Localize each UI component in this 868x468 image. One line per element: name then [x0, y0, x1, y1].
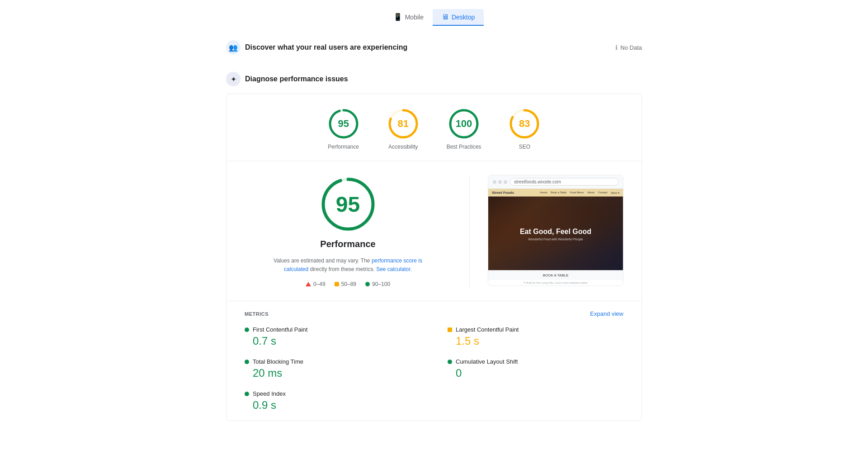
preview-hero-subtitle: Wonderful Food with Wonderful People — [520, 238, 591, 241]
score-circle-accessibility: 81 — [387, 108, 420, 140]
preview-hero-text: Eat Good, Feel Good Wonderful Food with … — [520, 228, 591, 241]
cls-label: Cumulative Layout Shift — [456, 358, 518, 365]
website-preview: streetfoods.wixsite.com Street Foods Hom… — [488, 175, 623, 286]
tab-desktop[interactable]: 🖥 Desktop — [433, 9, 484, 26]
preview-hero-title: Eat Good, Feel Good — [520, 228, 591, 236]
preview-nav-links: Home Book a Table Food Menu About Contac… — [540, 191, 619, 194]
tab-bar: 📱 Mobile 🖥 Desktop — [226, 9, 642, 26]
info-icon: ℹ — [615, 44, 618, 51]
nav-link-4: About — [587, 191, 594, 194]
nav-link-5: Contact — [598, 191, 608, 194]
calculator-link[interactable]: See calculator. — [376, 266, 412, 272]
tab-mobile-label: Mobile — [405, 14, 424, 21]
performance-score: 95 — [338, 118, 349, 130]
metric-tbt-name-row: Total Blocking Time — [245, 358, 420, 365]
discover-section-header: 👥 Discover what your real users are expe… — [226, 37, 642, 58]
discover-title: Discover what your real users are experi… — [245, 43, 407, 51]
main-content: 95 Performance Values are estimated and … — [226, 161, 642, 301]
metrics-header: METRICS Expand view — [245, 310, 623, 317]
si-label: Speed Index — [253, 390, 286, 397]
lcp-square — [448, 328, 452, 332]
accessibility-label: Accessibility — [388, 144, 418, 150]
dot-3 — [504, 180, 507, 184]
tbt-dot — [245, 360, 249, 364]
preview-nav-bar: Street Foods Home Book a Table Food Menu… — [488, 189, 623, 197]
metric-tbt: Total Blocking Time 20 ms — [245, 358, 420, 379]
diagnose-icon: ✦ — [226, 72, 241, 86]
expand-view-button[interactable]: Expand view — [590, 310, 623, 317]
legend-red-range: 0–49 — [313, 281, 326, 287]
metrics-title: METRICS — [245, 311, 269, 317]
tab-desktop-label: Desktop — [452, 14, 475, 21]
discover-right: ℹ No Data — [615, 44, 642, 51]
fcp-label: First Contentful Paint — [253, 326, 307, 333]
mobile-icon: 📱 — [393, 13, 402, 21]
metric-lcp: Largest Contentful Paint 1.5 s — [448, 326, 623, 347]
desc-mid: directly from these metrics. — [310, 266, 376, 272]
no-data-label: No Data — [620, 44, 642, 51]
cls-dot — [448, 360, 452, 364]
score-circles-row: 95 Performance 81 Accessibility — [226, 94, 642, 161]
orange-square-icon — [335, 282, 339, 286]
metric-cls-name-row: Cumulative Layout Shift — [448, 358, 623, 365]
fcp-value: 0.7 s — [245, 335, 420, 347]
cls-value: 0 — [448, 367, 623, 379]
right-panel: streetfoods.wixsite.com Street Foods Hom… — [488, 175, 623, 287]
metric-fcp-name-row: First Contentful Paint — [245, 326, 420, 333]
green-dot-icon — [365, 282, 370, 286]
metric-fcp: First Contentful Paint 0.7 s — [245, 326, 420, 347]
diagnose-section-header: ✦ Diagnose performance issues — [226, 72, 642, 86]
legend-green: 90–100 — [365, 281, 390, 287]
score-circle-performance: 95 — [327, 108, 360, 140]
tbt-value: 20 ms — [245, 367, 420, 379]
score-circle-best-practices: 100 — [448, 108, 480, 140]
nav-link-6: More ▾ — [611, 191, 619, 194]
preview-cta: BOOK A TABLE — [488, 270, 623, 280]
accessibility-score: 81 — [397, 118, 408, 130]
vertical-divider — [469, 175, 470, 287]
best-practices-score: 100 — [456, 118, 472, 130]
score-item-performance[interactable]: 95 Performance — [327, 108, 360, 150]
score-card: 95 Performance 81 Accessibility — [226, 94, 642, 421]
legend-orange: 50–89 — [335, 281, 356, 287]
preview-site-name: Street Foods — [492, 191, 514, 195]
score-description: Values are estimated and may vary. The p… — [267, 257, 429, 274]
desc-static: Values are estimated and may vary. The — [274, 257, 370, 264]
diagnose-title: Diagnose performance issues — [245, 75, 348, 83]
big-score-circle: 95 — [319, 175, 377, 234]
metrics-grid: First Contentful Paint 0.7 s Largest Con… — [245, 326, 623, 412]
fcp-dot — [245, 328, 249, 332]
score-legend: 0–49 50–89 90–100 — [306, 281, 390, 287]
lcp-value: 1.5 s — [448, 335, 623, 347]
metric-lcp-name-row: Largest Contentful Paint — [448, 326, 623, 333]
performance-label: Performance — [328, 144, 359, 150]
metric-cls: Cumulative Layout Shift 0 — [448, 358, 623, 379]
score-item-best-practices[interactable]: 100 Best Practices — [447, 108, 481, 150]
legend-orange-range: 50–89 — [341, 281, 356, 287]
preview-hero-image: Street Foods Home Book a Table Food Menu… — [488, 189, 623, 270]
si-dot — [245, 392, 249, 396]
seo-label: SEO — [519, 144, 530, 150]
preview-browser-chrome: streetfoods.wixsite.com — [488, 175, 623, 189]
nav-link-1: Home — [540, 191, 547, 194]
discover-icon: 👥 — [226, 40, 241, 55]
best-practices-label: Best Practices — [447, 144, 481, 150]
score-item-seo[interactable]: 83 SEO — [508, 108, 541, 150]
desktop-icon: 🖥 — [442, 13, 449, 21]
seo-score: 83 — [519, 118, 530, 130]
lcp-label: Largest Contentful Paint — [456, 326, 519, 333]
dot-2 — [498, 180, 502, 184]
page-wrapper: 📱 Mobile 🖥 Desktop 👥 Discover what your … — [208, 0, 660, 430]
score-item-accessibility[interactable]: 81 Accessibility — [387, 108, 420, 150]
nav-link-2: Book a Table — [551, 191, 566, 194]
si-value: 0.9 s — [245, 399, 420, 412]
left-panel: 95 Performance Values are estimated and … — [245, 175, 451, 287]
preview-url-bar: streetfoods.wixsite.com — [510, 178, 618, 186]
big-performance-score: 95 — [336, 192, 360, 217]
metrics-section: METRICS Expand view First Contentful Pai… — [226, 301, 642, 421]
score-circle-seo: 83 — [508, 108, 541, 140]
metric-si-name-row: Speed Index — [245, 390, 420, 397]
tab-mobile[interactable]: 📱 Mobile — [384, 9, 433, 26]
metric-si: Speed Index 0.9 s — [245, 390, 420, 412]
big-score-label: Performance — [320, 239, 375, 249]
